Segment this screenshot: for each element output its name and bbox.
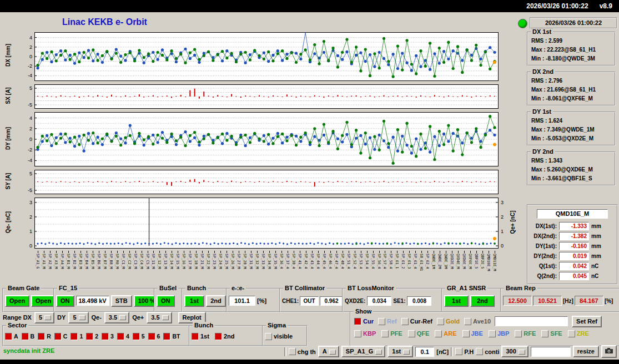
bpm-select-value: SP_A1_G: [346, 348, 374, 355]
checkbox-indicator[interactable]: [354, 318, 361, 325]
che1-state[interactable]: OUT: [300, 296, 319, 306]
sector-1-checkbox[interactable]: 1: [71, 333, 83, 340]
sector-5-checkbox[interactable]: 5: [133, 333, 145, 340]
interval-select[interactable]: 300: [501, 346, 528, 357]
checkbox-indicator[interactable]: [86, 333, 93, 340]
checkbox-indicator[interactable]: [462, 330, 470, 337]
show-ave10-checkbox[interactable]: Ave10: [464, 318, 491, 325]
show-are-checkbox[interactable]: ARE: [435, 330, 456, 337]
range-row: Range DX 5 DY 5 Qe- 3.5 Qe+ 3.5 Replot: [3, 311, 206, 323]
checkbox-indicator[interactable]: [378, 318, 385, 325]
x-axis-label: SP_A4_M: [60, 251, 64, 269]
sector-select[interactable]: A: [318, 346, 339, 357]
checkbox-indicator[interactable]: [568, 330, 575, 337]
show-qfe-checkbox[interactable]: QFE: [408, 330, 430, 337]
checkbox-indicator[interactable]: [265, 333, 272, 340]
checkbox-indicator[interactable]: [464, 318, 471, 325]
checkbox-indicator[interactable]: [381, 330, 389, 337]
show-ref-checkbox[interactable]: Ref: [378, 318, 397, 325]
show-jbe-checkbox[interactable]: JBE: [462, 330, 483, 337]
checkbox-indicator[interactable]: [54, 333, 62, 340]
svg-text:-5: -5: [28, 188, 32, 193]
set-ref-input[interactable]: [495, 316, 568, 326]
checkbox-indicator[interactable]: [435, 330, 442, 337]
checkbox-indicator[interactable]: [476, 348, 483, 355]
checkbox-indicator[interactable]: [408, 330, 415, 337]
resize-button[interactable]: resize: [573, 346, 599, 357]
show-cur-ref-checkbox[interactable]: Cur-Ref: [401, 318, 432, 325]
sector-b-checkbox[interactable]: B: [22, 333, 35, 340]
ph-checkbox[interactable]: P.H: [455, 348, 474, 355]
chg-th-checkbox[interactable]: chg th: [289, 348, 316, 355]
screenshot-button[interactable]: [601, 345, 617, 358]
show-cur-checkbox[interactable]: Cur: [354, 318, 374, 325]
checkbox-indicator[interactable]: [148, 333, 155, 340]
bunch-1st-checkbox[interactable]: 1st: [192, 333, 209, 340]
sector-c-checkbox[interactable]: C: [54, 333, 68, 340]
checkbox-indicator[interactable]: [515, 330, 522, 337]
checkbox-indicator[interactable]: [163, 333, 170, 340]
checkbox-indicator[interactable]: [192, 333, 199, 340]
bunch-1st-button[interactable]: 1st: [184, 295, 204, 307]
x-axis-label: SP_26_M: [230, 251, 235, 269]
checkbox-indicator[interactable]: [133, 333, 140, 340]
checkbox-indicator[interactable]: [455, 348, 462, 355]
conti-checkbox[interactable]: conti: [476, 348, 499, 355]
fc15-stb-button[interactable]: STB: [111, 295, 132, 307]
x-axis-label: SP_31_M: [249, 251, 253, 269]
sector-bt-checkbox[interactable]: BT: [163, 333, 180, 340]
monitor-row: DY(1st):-0.160mm: [528, 241, 617, 251]
checkbox-indicator[interactable]: [117, 333, 124, 340]
show-kbp-checkbox[interactable]: KBP: [354, 330, 376, 337]
sector-r-checkbox[interactable]: R: [38, 333, 51, 340]
show-pfe-checkbox[interactable]: PFE: [381, 330, 402, 337]
checkbox-indicator[interactable]: [102, 333, 109, 340]
checkbox-indicator[interactable]: [5, 333, 12, 340]
aux-entry[interactable]: [531, 347, 571, 357]
stat-panel-dy-2nd: DY 2ndRMS : 1.343Max : 5.260@QXD6E_MMin …: [527, 151, 616, 186]
sigma-visible-checkbox[interactable]: visible: [265, 333, 293, 340]
status-message: syncdata init ZRE: [3, 347, 54, 354]
x-axis-label: SP_61_2: [401, 251, 405, 269]
bunch-order-select[interactable]: 1st: [387, 346, 413, 357]
bpm-select[interactable]: SP_A1_G: [341, 346, 386, 357]
checkbox-indicator[interactable]: [38, 333, 45, 340]
show-rfe-checkbox[interactable]: RFE: [515, 330, 536, 337]
checkbox-indicator[interactable]: [401, 318, 409, 325]
show-jbp-checkbox[interactable]: JBP: [489, 330, 509, 337]
sector-6-checkbox[interactable]: 6: [148, 333, 160, 340]
show-gold-checkbox[interactable]: Gold: [437, 318, 460, 325]
show-zre-checkbox[interactable]: ZRE: [568, 330, 589, 337]
gr-2nd-button[interactable]: 2nd: [470, 295, 495, 307]
beam-gate-open2-button[interactable]: Open: [31, 295, 56, 307]
busel-on-button[interactable]: ON: [157, 295, 175, 307]
beam-rep-label: Beam Rep: [504, 285, 537, 291]
chart-sy: 5-5: [21, 170, 510, 194]
checkbox-indicator[interactable]: [354, 330, 361, 337]
gr-snsr-panel: GR_A1 SNSR 1st 2nd: [441, 288, 504, 312]
set-ref-button[interactable]: Set Ref: [572, 316, 602, 327]
gr-1st-button[interactable]: 1st: [444, 295, 469, 307]
beam-gate-open1-button[interactable]: Open: [5, 295, 29, 307]
checkbox-indicator[interactable]: [22, 333, 29, 340]
fc15-on-button[interactable]: ON: [56, 295, 74, 307]
checkbox-label: A: [14, 333, 18, 340]
threshold-input[interactable]: 0.1: [415, 347, 434, 357]
sector-4-checkbox[interactable]: 4: [117, 333, 129, 340]
sector-a-checkbox[interactable]: A: [5, 333, 18, 340]
checkbox-indicator[interactable]: [541, 330, 548, 337]
range-dx-select[interactable]: 5: [34, 312, 54, 323]
sector-2-checkbox[interactable]: 2: [86, 333, 98, 340]
checkbox-indicator[interactable]: [437, 318, 444, 325]
bunch-2nd-checkbox[interactable]: 2nd: [215, 333, 235, 340]
range-qep-select[interactable]: 3.5: [147, 312, 172, 323]
checkbox-indicator[interactable]: [289, 348, 296, 355]
range-dy-select[interactable]: 5: [68, 312, 88, 323]
checkbox-indicator[interactable]: [215, 333, 222, 340]
checkbox-indicator[interactable]: [489, 330, 496, 337]
checkbox-indicator[interactable]: [71, 333, 78, 340]
sector-3-checkbox[interactable]: 3: [102, 333, 114, 340]
range-qem-select[interactable]: 3.5: [104, 312, 129, 323]
bunch-2nd-button[interactable]: 2nd: [206, 295, 226, 307]
show-sfe-checkbox[interactable]: SFE: [541, 330, 562, 337]
